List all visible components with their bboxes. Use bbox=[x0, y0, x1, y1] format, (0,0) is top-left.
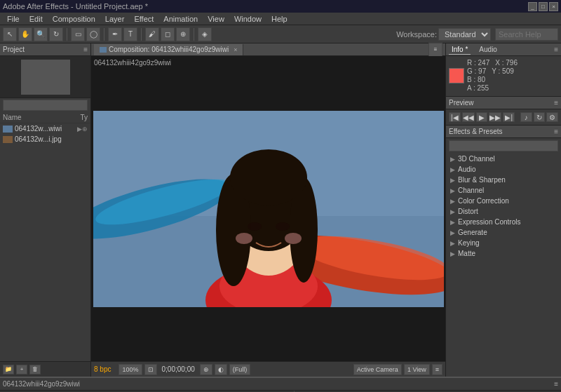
maximize-button[interactable]: □ bbox=[539, 2, 548, 11]
timeline-header-bar: 064132whiii42go9z9wiwi ≡ bbox=[0, 378, 561, 391]
info-panel-header: Info * Audio ≡ bbox=[446, 43, 561, 56]
preview-last-button[interactable]: ▶| bbox=[503, 112, 515, 122]
preview-first-button[interactable]: |◀ bbox=[449, 112, 461, 122]
app-title: Adobe After Effects - Untitled Project.a… bbox=[3, 2, 148, 11]
tool-hand[interactable]: ✋ bbox=[18, 27, 32, 41]
menu-composition[interactable]: Composition bbox=[48, 14, 100, 24]
delete-button[interactable]: 🗑 bbox=[29, 365, 41, 374]
color-swatch bbox=[449, 68, 464, 83]
info-panel-menu[interactable]: ≡ bbox=[554, 46, 558, 53]
comp-view-select[interactable]: Active Camera bbox=[353, 364, 402, 375]
new-comp-button[interactable]: + bbox=[16, 365, 27, 374]
comp-exposure-button[interactable]: ◐ bbox=[215, 364, 227, 375]
tool-arrow[interactable]: ↖ bbox=[3, 27, 17, 41]
comp-tab[interactable]: Composition: 064132whiii42go9z9wiwi × bbox=[94, 44, 243, 55]
menu-animation[interactable]: Animation bbox=[159, 14, 202, 24]
info-b: B : 80 bbox=[467, 76, 485, 83]
tool-puppet[interactable]: ◈ bbox=[198, 27, 212, 41]
info-a-row: A : 255 bbox=[467, 84, 518, 92]
menu-effect[interactable]: Effect bbox=[130, 14, 158, 24]
effects-search-input[interactable] bbox=[449, 140, 558, 151]
project-panel-close[interactable]: ≡ bbox=[83, 46, 88, 53]
menu-view[interactable]: View bbox=[203, 14, 229, 24]
tool-mask-rect[interactable]: ▭ bbox=[71, 27, 85, 41]
main-area: Project ≡ Name Ty 064132w...wiwi ▶⊕ 0641… bbox=[0, 43, 561, 377]
close-button[interactable]: × bbox=[549, 2, 558, 11]
comp-snap-button[interactable]: ⊕ bbox=[200, 364, 212, 375]
menu-file[interactable]: File bbox=[3, 14, 24, 24]
project-item-name-1: 064132w...i.jpg bbox=[15, 135, 62, 143]
comp-panel-menu[interactable]: ≡ bbox=[428, 43, 442, 57]
menu-edit[interactable]: Edit bbox=[25, 14, 47, 24]
comp-tab-close[interactable]: × bbox=[234, 46, 237, 53]
preview-audio-button[interactable]: ♪ bbox=[520, 112, 532, 122]
project-item[interactable]: 064132w...i.jpg bbox=[0, 134, 90, 144]
comp-viewer: 064132whiii42go9z9wiwi bbox=[91, 56, 445, 361]
info-values: R : 247 X : 796 G : 97 Y : 509 B : 80 A … bbox=[467, 59, 518, 92]
effect-arrow: ▶ bbox=[450, 156, 455, 163]
preview-prev-frame-button[interactable]: ◀◀ bbox=[462, 112, 475, 122]
comp-zoom-select[interactable]: 100% bbox=[119, 364, 142, 375]
tool-rotate[interactable]: ↻ bbox=[49, 27, 63, 41]
effect-item-audio[interactable]: ▶ Audio bbox=[446, 164, 561, 175]
effect-item-3dchannel[interactable]: ▶ 3D Channel bbox=[446, 154, 561, 164]
comp-fit-button[interactable]: ⊡ bbox=[144, 364, 157, 375]
menu-window[interactable]: Window bbox=[230, 14, 266, 24]
effect-item-blur[interactable]: ▶ Blur & Sharpen bbox=[446, 175, 561, 185]
tool-clone[interactable]: ⊕ bbox=[176, 27, 190, 41]
comp-panel-menu2[interactable]: ≡ bbox=[432, 364, 442, 375]
timeline-menu[interactable]: ≡ bbox=[554, 380, 558, 388]
workspace-select[interactable]: Standard bbox=[438, 28, 491, 41]
effect-item-channel[interactable]: ▶ Channel bbox=[446, 185, 561, 196]
tool-pen[interactable]: ✒ bbox=[108, 27, 122, 41]
comp-views-select[interactable]: 1 View bbox=[404, 364, 430, 375]
effect-item-distort[interactable]: ▶ Distort bbox=[446, 206, 561, 217]
effects-panel-menu[interactable]: ≡ bbox=[554, 128, 558, 135]
img-icon bbox=[3, 136, 13, 143]
project-col-type: Ty bbox=[80, 114, 88, 121]
window-controls[interactable]: _ □ × bbox=[528, 2, 558, 11]
preview-controls: |◀ ◀◀ ▶ ▶▶ ▶| ♪ ↻ ⚙ bbox=[446, 109, 561, 125]
preview-loop-button[interactable]: ↻ bbox=[534, 112, 546, 122]
preview-panel-menu[interactable]: ≡ bbox=[554, 99, 558, 107]
menu-help[interactable]: Help bbox=[267, 14, 292, 24]
effect-item-expression[interactable]: ▶ Expression Controls bbox=[446, 217, 561, 227]
tool-paint[interactable]: 🖌 bbox=[145, 27, 159, 41]
menu-layer[interactable]: Layer bbox=[101, 14, 129, 24]
project-panel-title: Project bbox=[3, 46, 25, 53]
effect-item-generate[interactable]: ▶ Generate bbox=[446, 227, 561, 238]
project-preview-box bbox=[21, 60, 70, 95]
info-x: X : 796 bbox=[495, 59, 518, 67]
workspace-label: Workspace: bbox=[396, 30, 437, 39]
tool-zoom[interactable]: 🔍 bbox=[34, 27, 48, 41]
new-folder-button[interactable]: 📁 bbox=[3, 365, 14, 374]
bpc-indicator: 8 bpc bbox=[94, 365, 111, 373]
center-area: Composition: 064132whiii42go9z9wiwi × ≡ … bbox=[91, 43, 445, 377]
preview-next-frame-button[interactable]: ▶▶ bbox=[489, 112, 501, 122]
preview-play-button[interactable]: ▶ bbox=[476, 112, 488, 122]
effect-item-keying[interactable]: ▶ Keying bbox=[446, 238, 561, 248]
project-item-indicator-0: ▶⊕ bbox=[77, 126, 88, 133]
effect-arrow: ▶ bbox=[450, 229, 455, 236]
project-panel-header: Project ≡ bbox=[0, 43, 90, 56]
audio-tab[interactable]: Audio bbox=[476, 45, 500, 54]
tool-mask-ellipse[interactable]: ◯ bbox=[86, 27, 100, 41]
project-search-input[interactable] bbox=[3, 100, 88, 111]
info-tab[interactable]: Info * bbox=[449, 45, 471, 55]
info-g: G : 97 bbox=[467, 67, 486, 75]
project-item[interactable]: 064132w...wiwi ▶⊕ bbox=[0, 123, 90, 134]
effect-arrow: ▶ bbox=[450, 187, 455, 194]
comp-quality-select[interactable]: (Full) bbox=[229, 364, 251, 375]
separator-4 bbox=[194, 28, 194, 41]
right-panels: Info * Audio ≡ R : 247 X : 796 G : 97 Y … bbox=[445, 43, 561, 377]
comp-timecode: 0;00;00;00 bbox=[159, 365, 198, 373]
effect-item-color[interactable]: ▶ Color Correction bbox=[446, 196, 561, 206]
tool-eraser[interactable]: ◻ bbox=[161, 27, 175, 41]
search-help-input[interactable] bbox=[495, 28, 558, 41]
project-items-list: 064132w...wiwi ▶⊕ 064132w...i.jpg bbox=[0, 123, 90, 361]
minimize-button[interactable]: _ bbox=[528, 2, 537, 11]
preview-settings-button[interactable]: ⚙ bbox=[546, 112, 558, 122]
tool-text[interactable]: T bbox=[123, 27, 137, 41]
effect-item-matte[interactable]: ▶ Matte bbox=[446, 248, 561, 259]
effect-label-1: Audio bbox=[458, 165, 476, 173]
